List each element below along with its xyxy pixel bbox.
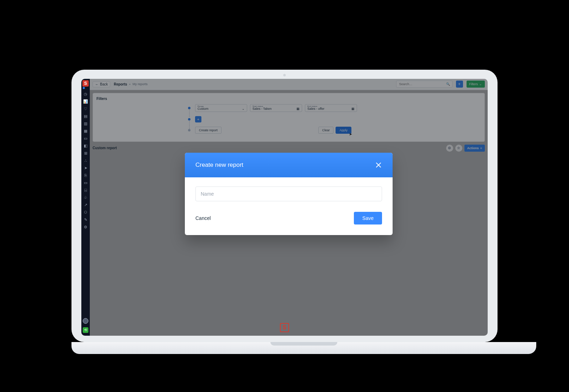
label-icon[interactable]: ◧: [84, 144, 87, 148]
help-icon[interactable]: ⟲: [83, 327, 88, 333]
gear-icon[interactable]: ⚙: [84, 225, 87, 229]
folder-icon[interactable]: ▭: [84, 137, 87, 140]
archive-icon[interactable]: ⌸: [85, 188, 87, 192]
shield-icon[interactable]: ♡: [84, 107, 87, 111]
close-icon: [376, 162, 381, 168]
attachment-icon[interactable]: ⎘: [85, 173, 87, 177]
brand-logo-below: S: [280, 323, 289, 332]
laptop-base: [71, 342, 536, 354]
brand-logo[interactable]: S: [82, 80, 89, 87]
card-icon[interactable]: ▭: [84, 181, 87, 185]
app-screen: S ◷ 📊 ♡ ▤ ▥ ▦ ▭ ◧ ⊞ ⛬ ➤ ⎘ ▭ ⌸ ♧: [81, 79, 488, 336]
avatar[interactable]: [83, 318, 88, 324]
sidebar: S ◷ 📊 ♡ ▤ ▥ ▦ ▭ ◧ ⊞ ⛬ ➤ ⎘ ▭ ⌸ ♧: [81, 79, 90, 336]
cancel-button[interactable]: Cancel: [195, 215, 211, 221]
calendar-icon[interactable]: ▦: [84, 129, 87, 133]
sidebar-nav: ◷ 📊 ♡ ▤ ▥ ▦ ▭ ◧ ⊞ ⛬ ➤ ⎘ ▭ ⌸ ♧ ↗ ⚇: [83, 92, 88, 229]
bell-icon[interactable]: ♧: [84, 196, 87, 200]
analytics-icon[interactable]: 📊: [83, 100, 88, 103]
list-icon[interactable]: ▥: [84, 122, 87, 126]
create-report-modal: Create new report Cancel Save: [185, 153, 393, 235]
team-icon[interactable]: ⚇: [84, 210, 87, 214]
document-icon[interactable]: ▤: [84, 114, 87, 118]
close-button[interactable]: [374, 160, 383, 170]
modal-overlay[interactable]: Create new report Cancel Save: [90, 79, 488, 336]
laptop-frame: S ◷ 📊 ♡ ▤ ▥ ▦ ▭ ◧ ⊞ ⛬ ➤ ⎘ ▭ ⌸ ♧: [71, 70, 498, 354]
users-icon[interactable]: ⛬: [84, 159, 88, 163]
modal-header: Create new report: [185, 153, 393, 177]
share-icon[interactable]: ↗: [84, 203, 87, 207]
report-name-input[interactable]: [195, 186, 382, 201]
save-button[interactable]: Save: [354, 212, 382, 225]
modal-body: [185, 177, 393, 204]
notification-dot-icon: [82, 87, 85, 89]
main-area: ← Back Reports • My reports 🔍 +: [90, 79, 488, 336]
clock-icon[interactable]: ◷: [84, 92, 87, 96]
send-icon[interactable]: ➤: [84, 166, 87, 170]
camera-dot: [283, 74, 286, 76]
modal-title: Create new report: [195, 162, 243, 169]
grid-icon[interactable]: ⊞: [84, 151, 87, 155]
laptop-lid: S ◷ 📊 ♡ ▤ ▥ ▦ ▭ ◧ ⊞ ⛬ ➤ ⎘ ▭ ⌸ ♧: [71, 70, 498, 342]
modal-footer: Cancel Save: [185, 204, 393, 235]
tool-icon[interactable]: ✎: [84, 218, 87, 222]
